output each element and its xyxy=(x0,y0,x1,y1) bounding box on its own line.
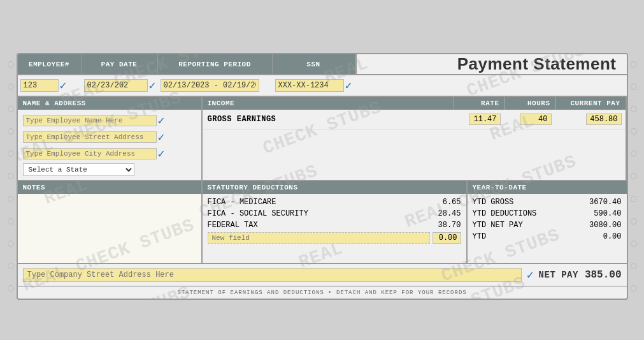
employee-name-input[interactable] xyxy=(23,115,157,126)
new-field-input[interactable] xyxy=(208,232,430,244)
ytd-section: YEAR-TO-DATE YTD GROSS 3670.40 YTD DEDUC… xyxy=(468,181,627,263)
hours-value: 40 xyxy=(520,114,552,125)
fica-ss-value: 28.45 xyxy=(429,209,461,218)
city-row: ✓ xyxy=(23,147,196,161)
employee-street-input[interactable] xyxy=(23,131,157,143)
income-empty-area xyxy=(203,129,626,168)
reporting-input-cell xyxy=(158,79,273,92)
name-address-section: NAME & ADDRESS ✓ ✓ ✓ xyxy=(18,97,203,180)
gross-earnings-label: GROSS EARNINGS xyxy=(203,115,454,124)
hours-value-cell: 40 xyxy=(504,114,555,125)
fica-medicare-row: FICA - MEDICARE 6.65 xyxy=(208,198,461,207)
header-top: EMPLOYEE# PAY DATE REPORTING PERIOD SSN … xyxy=(18,54,627,75)
payment-statement-title-area: Payment Statement xyxy=(357,54,627,74)
statutory-section: STATUTORY DEDUCTIONS FICA - MEDICARE 6.6… xyxy=(203,181,468,263)
left-dots xyxy=(5,53,17,300)
new-field-value: 0.00 xyxy=(433,232,461,244)
state-row: Select a State xyxy=(23,163,196,176)
federal-tax-label: FEDERAL TAX xyxy=(208,221,429,230)
ytd-net-pay-row: YTD NET PAY 3080.00 xyxy=(473,221,622,230)
statement-card: REAL CHECK STUBS REAL CHECK STUBS REAL C… xyxy=(17,53,628,300)
ytd-value: 0.00 xyxy=(583,232,622,241)
paydate-input[interactable] xyxy=(84,79,148,92)
ssn-check-icon: ✓ xyxy=(345,78,352,92)
income-col-header: INCOME xyxy=(203,97,454,110)
company-check-icon: ✓ xyxy=(527,268,534,282)
ytd-deductions-value: 590.40 xyxy=(583,209,622,218)
street-row: ✓ xyxy=(23,130,196,144)
statutory-rows: FICA - MEDICARE 6.65 FICA - SOCIAL SECUR… xyxy=(203,194,466,248)
employee-city-input[interactable] xyxy=(23,148,157,159)
current-pay-value: 458.80 xyxy=(586,114,621,125)
ytd-row: YTD 0.00 xyxy=(473,232,622,241)
ytd-deductions-row: YTD DEDUCTIONS 590.40 xyxy=(473,209,622,218)
ytd-deductions-label: YTD DEDUCTIONS xyxy=(473,209,583,218)
net-pay-label: NET PAY xyxy=(539,270,578,280)
name-row: ✓ xyxy=(23,114,196,128)
rate-col-header: RATE xyxy=(454,97,504,110)
reporting-period-input[interactable] xyxy=(161,79,259,92)
fica-ss-label: FICA - SOCIAL SECURITY xyxy=(208,209,429,218)
net-pay-value: 385.00 xyxy=(585,269,622,281)
input-row: ✓ ✓ ✓ xyxy=(18,75,627,97)
notes-header: NOTES xyxy=(18,181,201,194)
notes-textarea[interactable] xyxy=(18,194,201,263)
name-check-icon: ✓ xyxy=(158,114,165,128)
income-header-row: INCOME RATE HOURS CURRENT PAY xyxy=(203,97,626,110)
name-address-fields: ✓ ✓ ✓ Select a State xyxy=(18,110,201,180)
net-pay-area: NET PAY 385.00 xyxy=(539,269,622,281)
bottom-section: NOTES STATUTORY DEDUCTIONS FICA - MEDICA… xyxy=(18,181,627,264)
fica-medicare-label: FICA - MEDICARE xyxy=(208,198,429,207)
ytd-rows: YTD GROSS 3670.40 YTD DEDUCTIONS 590.40 … xyxy=(468,194,627,245)
current-pay-col-header: CURRENT PAY xyxy=(555,97,626,110)
ssn-header: SSN xyxy=(273,54,355,74)
ytd-gross-row: YTD GROSS 3670.40 xyxy=(473,198,622,207)
ssn-input[interactable] xyxy=(275,79,344,92)
employee-input-cell: ✓ xyxy=(18,78,82,92)
main-body: NAME & ADDRESS ✓ ✓ ✓ xyxy=(18,97,627,181)
rate-value-cell: 11.47 xyxy=(454,114,504,125)
income-section: INCOME RATE HOURS CURRENT PAY xyxy=(203,97,627,180)
ytd-header: YEAR-TO-DATE xyxy=(468,181,627,194)
fica-medicare-value: 6.65 xyxy=(429,198,461,207)
state-select[interactable]: Select a State xyxy=(23,163,134,176)
reporting-header: REPORTING PERIOD xyxy=(158,54,273,74)
footer-row: ✓ NET PAY 385.00 xyxy=(18,264,627,286)
employee-number-input[interactable] xyxy=(20,79,59,92)
right-dots xyxy=(628,53,640,300)
ssn-input-cell: ✓ xyxy=(273,78,355,92)
ytd-net-pay-label: YTD NET PAY xyxy=(473,221,583,230)
company-address-input[interactable] xyxy=(23,268,522,282)
footer-tagline: STATEMENT OF EARNINGS AND DEDUCTIONS • D… xyxy=(18,286,627,299)
ytd-label: YTD xyxy=(473,232,583,241)
ytd-gross-label: YTD GROSS xyxy=(473,198,583,207)
federal-tax-value: 38.70 xyxy=(429,221,461,230)
statutory-header: STATUTORY DEDUCTIONS xyxy=(203,181,466,194)
ytd-gross-value: 3670.40 xyxy=(583,198,622,207)
federal-tax-row: FEDERAL TAX 38.70 xyxy=(208,221,461,230)
fica-ss-row: FICA - SOCIAL SECURITY 28.45 xyxy=(208,209,461,218)
notes-section: NOTES xyxy=(18,181,203,263)
hours-col-header: HOURS xyxy=(504,97,555,110)
rate-value: 11.47 xyxy=(469,114,501,125)
employee-header: EMPLOYEE# xyxy=(18,54,82,74)
ytd-net-pay-value: 3080.00 xyxy=(583,221,622,230)
paydate-input-cell: ✓ xyxy=(82,78,158,92)
street-check-icon: ✓ xyxy=(158,130,165,144)
payment-statement-title: Payment Statement xyxy=(457,54,617,74)
employee-check-icon: ✓ xyxy=(60,78,67,92)
paydate-check-icon: ✓ xyxy=(149,78,156,92)
gross-earnings-row: GROSS EARNINGS 11.47 40 458.80 xyxy=(203,110,626,129)
paydate-header: PAY DATE xyxy=(82,54,158,74)
city-check-icon: ✓ xyxy=(158,147,165,161)
name-address-header: NAME & ADDRESS xyxy=(18,97,201,110)
new-field-row: 0.00 xyxy=(208,232,461,244)
current-pay-value-cell: 458.80 xyxy=(555,114,626,125)
